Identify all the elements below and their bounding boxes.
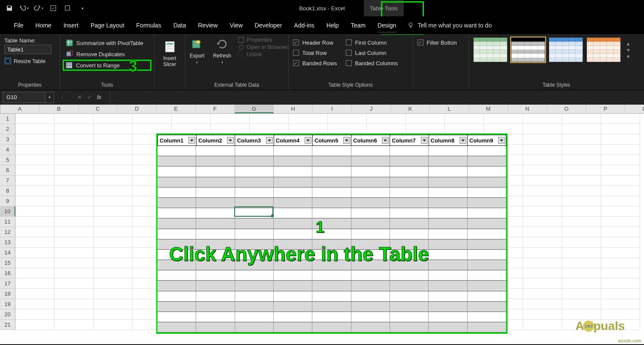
cell[interactable]: [601, 186, 640, 196]
column-header[interactable]: C: [79, 105, 118, 113]
filter-dropdown-icon[interactable]: [188, 137, 195, 144]
cell[interactable]: [94, 186, 133, 196]
qat-icon-2[interactable]: [62, 2, 74, 14]
resize-table-button[interactable]: Resize Table: [4, 58, 55, 64]
cell[interactable]: [523, 258, 562, 268]
table-row[interactable]: [157, 229, 506, 239]
cell[interactable]: [94, 134, 133, 145]
table-row[interactable]: [157, 270, 506, 281]
filter-dropdown-icon[interactable]: [460, 137, 466, 144]
cell[interactable]: [94, 258, 133, 268]
row-header[interactable]: 20: [0, 309, 15, 320]
table-column-header[interactable]: Column3: [235, 135, 273, 146]
qat-customize-icon[interactable]: ▾: [76, 2, 88, 14]
filter-dropdown-icon[interactable]: [382, 137, 389, 144]
cell[interactable]: [289, 114, 328, 124]
cell[interactable]: [94, 124, 133, 134]
cell[interactable]: [54, 176, 94, 186]
row-header[interactable]: 9: [0, 196, 15, 206]
cell[interactable]: [601, 134, 640, 145]
row-header[interactable]: 1: [0, 114, 15, 124]
table-column-header[interactable]: Column4: [274, 135, 312, 146]
table-row[interactable]: [157, 218, 506, 229]
table-column-header[interactable]: Column1: [157, 135, 196, 146]
cell[interactable]: [562, 227, 601, 237]
cell[interactable]: [15, 176, 54, 186]
cell[interactable]: [562, 217, 601, 227]
filter-dropdown-icon[interactable]: [343, 137, 350, 144]
cell[interactable]: [54, 237, 94, 248]
cell[interactable]: [54, 186, 94, 196]
row-header[interactable]: 8: [0, 186, 15, 196]
table-style-3[interactable]: [549, 37, 583, 62]
refresh-button[interactable]: Refresh ▾: [209, 35, 236, 64]
cell[interactable]: [562, 165, 601, 176]
cell[interactable]: [406, 114, 445, 124]
tell-me-search[interactable]: Tell me what you want to do: [407, 22, 492, 29]
cell[interactable]: [15, 320, 54, 330]
cell[interactable]: [523, 186, 562, 196]
cell[interactable]: [94, 227, 133, 237]
tab-team[interactable]: Team: [345, 16, 372, 34]
cell[interactable]: [562, 268, 601, 278]
cell[interactable]: [523, 155, 562, 165]
cancel-icon[interactable]: ✕: [77, 94, 82, 100]
cell[interactable]: [484, 114, 523, 124]
row-header[interactable]: 4: [0, 145, 15, 155]
cell[interactable]: [54, 206, 94, 217]
tab-home[interactable]: Home: [30, 16, 57, 34]
cell[interactable]: [523, 320, 562, 330]
cell[interactable]: [601, 289, 640, 299]
row-header[interactable]: 16: [0, 268, 15, 278]
cell[interactable]: [94, 278, 133, 289]
table-row[interactable]: [157, 146, 506, 156]
cell[interactable]: [601, 258, 640, 268]
tab-view[interactable]: View: [224, 16, 248, 34]
column-header[interactable]: K: [391, 105, 430, 113]
cell[interactable]: [562, 278, 601, 289]
cell[interactable]: [523, 124, 562, 134]
convert-to-range-button[interactable]: Convert to Range: [63, 60, 151, 71]
cell[interactable]: [523, 145, 562, 155]
cell[interactable]: [562, 206, 601, 217]
cell[interactable]: [15, 227, 54, 237]
cell[interactable]: [94, 237, 133, 248]
cell[interactable]: [562, 124, 601, 134]
cell[interactable]: [601, 278, 640, 289]
cell[interactable]: [523, 217, 562, 227]
cell[interactable]: [15, 289, 54, 299]
first-column-checkbox[interactable]: First Column: [346, 37, 398, 48]
row-header[interactable]: 18: [0, 289, 15, 299]
cell[interactable]: [445, 114, 484, 124]
cell[interactable]: [15, 165, 54, 176]
cell[interactable]: [54, 227, 94, 237]
cell[interactable]: [445, 124, 484, 134]
column-header[interactable]: H: [274, 105, 313, 113]
cell[interactable]: [54, 258, 94, 268]
cell[interactable]: [94, 145, 133, 155]
cell[interactable]: [484, 124, 523, 134]
row-header[interactable]: 5: [0, 155, 15, 165]
cell[interactable]: [367, 124, 406, 134]
cell[interactable]: [15, 124, 54, 134]
cell[interactable]: [94, 309, 133, 320]
column-header[interactable]: M: [469, 105, 508, 113]
row-header[interactable]: 13: [0, 237, 15, 248]
column-header[interactable]: B: [39, 105, 79, 113]
tab-developer[interactable]: Developer: [249, 16, 288, 34]
cell[interactable]: [94, 217, 133, 227]
filter-dropdown-icon[interactable]: [227, 137, 234, 144]
row-header[interactable]: 14: [0, 248, 15, 258]
row-header[interactable]: 17: [0, 278, 15, 289]
row-header[interactable]: 11: [0, 217, 15, 227]
cell[interactable]: [172, 124, 211, 134]
cell[interactable]: [15, 186, 54, 196]
table-style-2[interactable]: [511, 37, 545, 62]
table-row[interactable]: [157, 312, 506, 322]
row-header[interactable]: 3: [0, 134, 15, 145]
cell[interactable]: [250, 114, 289, 124]
table-row[interactable]: [157, 281, 506, 291]
cell[interactable]: [601, 248, 640, 258]
cell[interactable]: [94, 248, 133, 258]
table-row[interactable]: [157, 208, 506, 218]
